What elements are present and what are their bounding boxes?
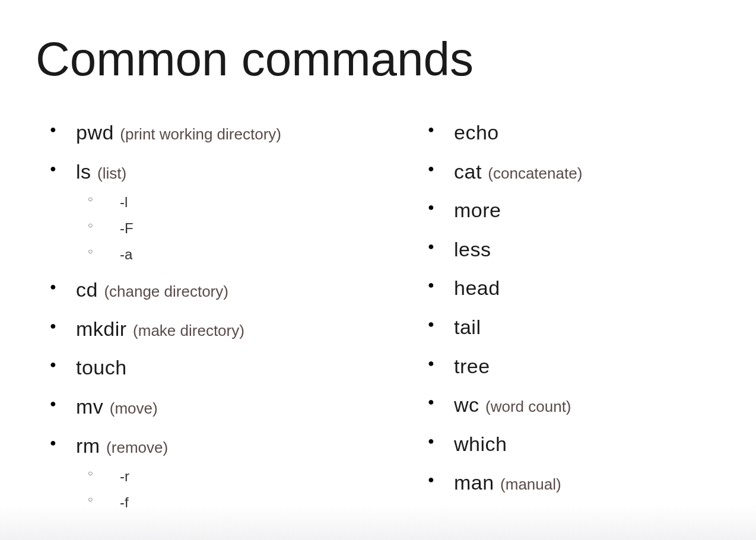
sub-item: -f <box>88 492 342 513</box>
command-desc: (manual) <box>500 475 561 493</box>
list-item: tail <box>425 313 720 342</box>
command-desc: (change directory) <box>104 282 228 300</box>
columns: pwd (print working directory) ls (list) … <box>36 119 720 524</box>
list-item: head <box>425 274 720 303</box>
list-item: pwd (print working directory) <box>47 119 342 147</box>
list-item: cat (concatenate) <box>425 158 720 186</box>
command-desc: (list) <box>97 164 126 182</box>
sub-item: -r <box>88 466 342 487</box>
command-name: touch <box>76 356 127 379</box>
command-name: wc <box>454 393 479 416</box>
list-item: less <box>425 236 720 264</box>
sub-list: -l -F -a <box>88 192 342 265</box>
command-name: head <box>454 277 500 299</box>
list-item: wc (word count) <box>425 391 720 420</box>
list-item: which <box>425 430 720 459</box>
command-desc: (print working directory) <box>120 125 281 143</box>
sub-list: -r -f <box>88 466 342 513</box>
command-desc: (concatenate) <box>488 164 582 182</box>
list-item: more <box>425 196 720 225</box>
list-item: echo <box>425 119 720 147</box>
sub-item: -a <box>88 244 342 265</box>
slide: Common commands pwd (print working direc… <box>0 0 756 540</box>
list-item: cd (change directory) <box>47 276 342 304</box>
list-item: ls (list) -l -F -a <box>47 158 342 266</box>
command-name: cd <box>76 278 98 301</box>
sub-item: -l <box>88 192 342 213</box>
command-name: pwd <box>76 121 114 144</box>
sub-item: -F <box>88 218 342 239</box>
list-item: mkdir (make directory) <box>47 315 342 344</box>
list-item: mv (move) <box>47 393 342 421</box>
left-list: pwd (print working directory) ls (list) … <box>47 119 342 513</box>
command-name: rm <box>76 434 100 457</box>
command-name: ls <box>76 160 91 183</box>
command-desc: (move) <box>110 399 158 417</box>
list-item: man (manual) <box>425 469 720 497</box>
command-name: mkdir <box>76 317 127 340</box>
command-desc: (word count) <box>485 398 571 415</box>
command-name: cat <box>454 160 482 183</box>
command-name: tail <box>454 316 481 338</box>
right-column: echo cat (concatenate) more less head ta… <box>425 119 720 524</box>
list-item: rm (remove) -r -f <box>47 432 342 514</box>
command-name: tree <box>454 355 490 377</box>
list-item: touch <box>47 354 342 382</box>
command-name: less <box>454 238 491 261</box>
list-item: tree <box>425 352 720 381</box>
command-name: which <box>454 433 507 455</box>
slide-title: Common commands <box>36 36 720 83</box>
right-list: echo cat (concatenate) more less head ta… <box>425 119 720 497</box>
command-name: more <box>454 199 501 221</box>
command-name: mv <box>76 395 103 418</box>
command-name: echo <box>454 121 499 144</box>
command-desc: (make directory) <box>133 322 244 339</box>
command-name: man <box>454 471 494 494</box>
left-column: pwd (print working directory) ls (list) … <box>36 119 342 524</box>
command-desc: (remove) <box>106 439 168 456</box>
